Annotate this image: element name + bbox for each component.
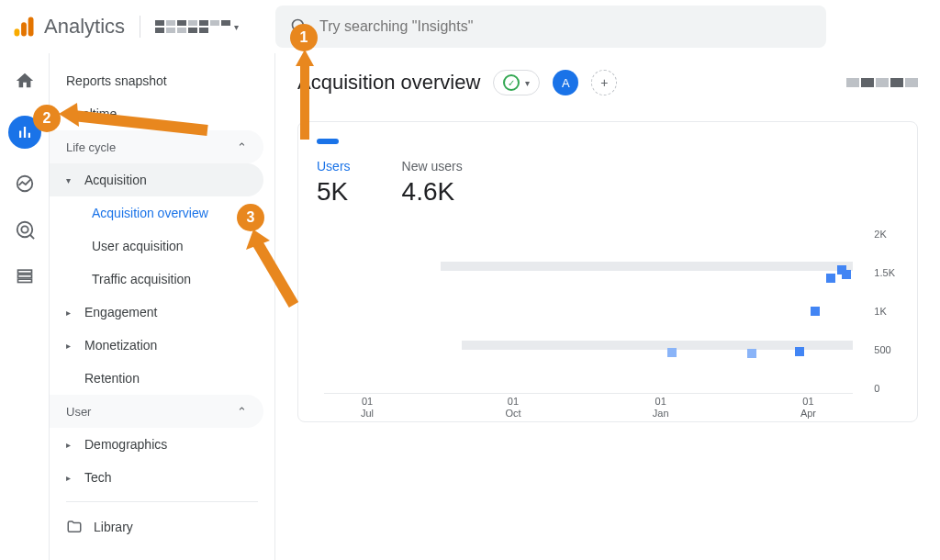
demographics-label: Demographics (84, 437, 167, 452)
y-tick: 500 (874, 344, 895, 355)
svg-rect-1 (21, 22, 27, 36)
app-header: Analytics ▾ (0, 0, 940, 53)
y-tick: 2K (874, 229, 895, 240)
nav-acquisition[interactable]: Acquisition (50, 163, 263, 196)
main-content: Acquisition overview ✓ ▾ A + Users 5K Ne… (275, 53, 940, 560)
analytics-logo-icon (11, 14, 37, 39)
metric-users[interactable]: Users 5K (317, 159, 351, 207)
data-point (811, 307, 820, 316)
metrics-row: Users 5K New users 4.6K (317, 159, 899, 207)
date-range-blurred[interactable] (846, 78, 918, 87)
svg-rect-12 (17, 270, 31, 273)
life-cycle-label: Life cycle (66, 140, 116, 154)
engagement-label: Engagement (84, 305, 157, 319)
folder-icon (66, 519, 83, 535)
page-header: Acquisition overview ✓ ▾ A + (297, 70, 918, 95)
sidebar-nav: Reports snapshot Realtime Life cycle ⌃ A… (50, 53, 275, 560)
x-tick: 01Apr (800, 396, 816, 420)
svg-line-4 (302, 29, 307, 34)
icon-rail (0, 53, 50, 560)
data-point (842, 270, 851, 279)
trend-chart: 2K1.5K1K5000 01Jul01Oct01Jan01Apr (324, 229, 853, 412)
chevron-up-icon: ⌃ (237, 405, 247, 419)
avatar[interactable]: A (553, 70, 578, 95)
svg-rect-0 (15, 28, 20, 36)
y-axis: 2K1.5K1K5000 (874, 229, 895, 394)
tech-label: Tech (84, 470, 112, 485)
nav-user-acquisition[interactable]: User acquisition (50, 230, 274, 263)
x-tick: 01Jan (653, 396, 669, 420)
search-box[interactable] (275, 6, 826, 48)
range-bar (441, 262, 853, 271)
svg-point-3 (293, 20, 304, 31)
metric-users-value: 5K (317, 177, 351, 207)
nav-reports-snapshot[interactable]: Reports snapshot (50, 64, 274, 97)
chevron-down-icon: ▾ (525, 78, 530, 88)
card-accent (317, 139, 339, 144)
nav-section-life-cycle[interactable]: Life cycle ⌃ (50, 130, 263, 163)
product-name: Analytics (44, 15, 125, 39)
nav-acquisition-overview[interactable]: Acquisition overview (50, 196, 274, 230)
monetization-label: Monetization (84, 338, 157, 353)
nav-engagement[interactable]: Engagement (50, 296, 274, 329)
chevron-down-icon: ▾ (234, 22, 239, 32)
x-tick: 01Oct (505, 396, 520, 420)
configure-icon[interactable] (14, 264, 36, 286)
data-point (667, 348, 677, 357)
data-point (747, 349, 756, 358)
svg-rect-13 (17, 274, 31, 277)
check-circle-icon: ✓ (503, 74, 520, 91)
home-icon[interactable] (14, 70, 36, 92)
nav-divider (66, 501, 258, 502)
add-button[interactable]: + (591, 70, 617, 95)
acquisition-label: Acquisition (84, 173, 147, 187)
y-tick: 0 (874, 383, 895, 394)
svg-rect-14 (17, 279, 31, 282)
svg-rect-2 (28, 17, 34, 37)
search-icon (290, 17, 308, 36)
data-point (795, 347, 804, 356)
x-tick: 01Jul (361, 396, 374, 420)
page-title: Acquisition overview (297, 71, 480, 95)
header-divider (140, 16, 140, 38)
reports-icon[interactable] (8, 116, 41, 149)
property-selector[interactable]: ▾ (155, 20, 239, 33)
svg-rect-5 (19, 131, 21, 139)
metric-new-users[interactable]: New users 4.6K (402, 159, 463, 207)
x-axis: 01Jul01Oct01Jan01Apr (324, 396, 853, 420)
y-tick: 1K (874, 306, 895, 317)
metric-new-users-value: 4.6K (402, 177, 463, 207)
nav-traffic-acquisition[interactable]: Traffic acquisition (50, 263, 274, 296)
svg-rect-7 (28, 133, 29, 138)
metric-users-label: Users (317, 159, 351, 174)
nav-retention[interactable]: Retention (50, 362, 274, 395)
nav-realtime[interactable]: Realtime (50, 97, 274, 130)
nav-demographics[interactable]: Demographics (50, 428, 274, 461)
svg-point-10 (21, 226, 28, 232)
nav-library[interactable]: Library (50, 510, 274, 544)
nav-section-user[interactable]: User ⌃ (50, 395, 263, 428)
nav-tech[interactable]: Tech (50, 461, 274, 494)
user-section-label: User (66, 405, 91, 419)
logo-area: Analytics (11, 14, 125, 39)
library-label: Library (94, 520, 133, 534)
metric-new-users-label: New users (402, 159, 463, 174)
nav-monetization[interactable]: Monetization (50, 329, 274, 362)
svg-rect-6 (23, 127, 25, 138)
status-chip[interactable]: ✓ ▾ (493, 70, 540, 95)
advertising-icon[interactable] (14, 218, 36, 241)
explore-icon[interactable] (14, 173, 36, 195)
overview-card: Users 5K New users 4.6K 2K1.5K1K5000 01J… (297, 121, 918, 422)
y-tick: 1.5K (874, 267, 895, 278)
chevron-up-icon: ⌃ (237, 140, 247, 154)
search-input[interactable] (319, 18, 811, 35)
svg-line-11 (29, 235, 34, 240)
data-point (826, 274, 835, 283)
